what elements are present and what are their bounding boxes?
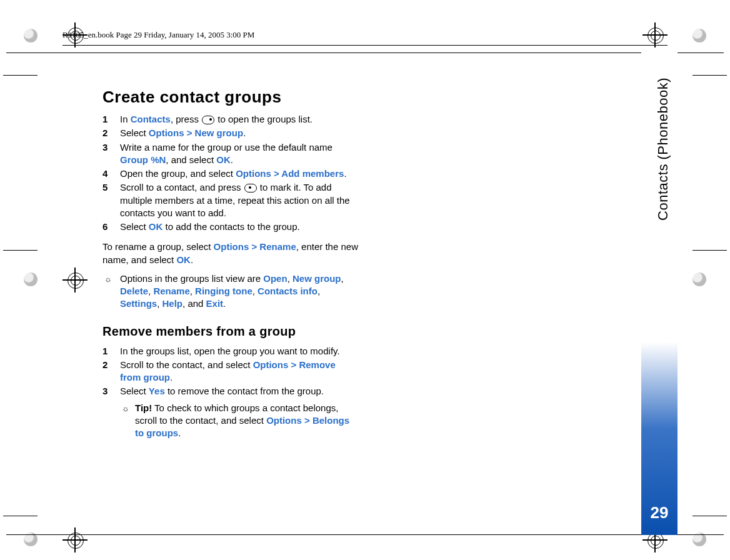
- registration-ball-tl: [24, 29, 38, 42]
- step-number: 1: [102, 113, 120, 126]
- step-5: 5 Scroll to a contact, and press to mark…: [102, 181, 359, 219]
- step-2b: 2 Scroll to the contact, and select Opti…: [102, 359, 359, 384]
- tick: [692, 516, 727, 516]
- options-tip: ☼ Options in the groups list view are Op…: [102, 272, 359, 311]
- registration-cross-ml: [62, 268, 88, 292]
- section2-steps: 1 In the groups list, open the group you…: [102, 345, 359, 398]
- trim-line-bottom: [6, 534, 724, 535]
- page-number: 29: [641, 503, 678, 522]
- belongs-tip-text: Tip! To check to which groups a contact …: [135, 402, 359, 440]
- options-tip-text: Options in the groups list view are Open…: [120, 272, 359, 311]
- nav-right-key-icon: [202, 116, 214, 124]
- lightbulb-icon: ☼: [120, 404, 131, 412]
- tick: [3, 75, 38, 76]
- step-body: Scroll to a contact, and press to mark i…: [120, 181, 359, 219]
- print-header: R1105_en.book Page 29 Friday, January 14…: [62, 30, 668, 46]
- step-body: Select OK to add the contacts to the gro…: [120, 221, 359, 233]
- step-2: 2 Select Options > New group.: [102, 127, 359, 139]
- step-body: Select Yes to remove the contact from th…: [120, 385, 359, 398]
- section1-title: Create contact groups: [102, 88, 359, 107]
- registration-ball-ml: [24, 272, 38, 286]
- tick: [3, 250, 38, 251]
- step-number: 4: [102, 168, 120, 180]
- step-number: 6: [102, 221, 120, 233]
- belongs-tip: ☼ Tip! To check to which groups a contac…: [120, 402, 359, 440]
- section1-steps: 1 In Contacts, press to open the groups …: [102, 113, 359, 233]
- trim-line-top: [6, 52, 724, 53]
- side-tab: Contacts (Phonebook) 29: [641, 52, 678, 535]
- step-body: Select Options > New group.: [120, 127, 359, 139]
- tick: [692, 250, 727, 251]
- step-body: Open the group, and select Options > Add…: [120, 168, 359, 180]
- step-number: 5: [102, 181, 120, 194]
- step-body: Scroll to the contact, and select Option…: [120, 359, 359, 384]
- step-6: 6 Select OK to add the contacts to the g…: [102, 221, 359, 233]
- step-body: Write a name for the group or use the de…: [120, 141, 359, 167]
- lightbulb-icon: ☼: [102, 275, 114, 283]
- tip-lead: Tip!: [135, 402, 152, 413]
- tick: [692, 75, 727, 76]
- registration-ball-tr: [692, 29, 706, 42]
- step-body: In Contacts, press to open the groups li…: [120, 113, 359, 126]
- page-body: Create contact groups 1 In Contacts, pre…: [102, 88, 359, 439]
- registration-ball-mr: [692, 272, 706, 286]
- registration-cross-bl: [62, 528, 88, 552]
- tick: [3, 516, 38, 516]
- chapter-label: Contacts (Phonebook): [655, 78, 671, 221]
- step-number: 2: [102, 359, 120, 371]
- step-1b: 1 In the groups list, open the group you…: [102, 345, 359, 358]
- step-1: 1 In Contacts, press to open the groups …: [102, 113, 359, 126]
- step-3b: 3 Select Yes to remove the contact from …: [102, 385, 359, 398]
- step-3: 3 Write a name for the group or use the …: [102, 141, 359, 167]
- section2-title: Remove members from a group: [102, 324, 359, 339]
- step-number: 3: [102, 385, 120, 398]
- step-number: 2: [102, 127, 120, 139]
- print-header-text: R1105_en.book Page 29 Friday, January 14…: [62, 30, 254, 39]
- step-number: 3: [102, 141, 120, 154]
- step-4: 4 Open the group, and select Options > A…: [102, 168, 359, 180]
- step-number: 1: [102, 345, 120, 358]
- nav-select-key-icon: [244, 184, 257, 192]
- rename-paragraph: To rename a group, select Options > Rena…: [102, 241, 359, 266]
- step-body: In the groups list, open the group you w…: [120, 345, 359, 358]
